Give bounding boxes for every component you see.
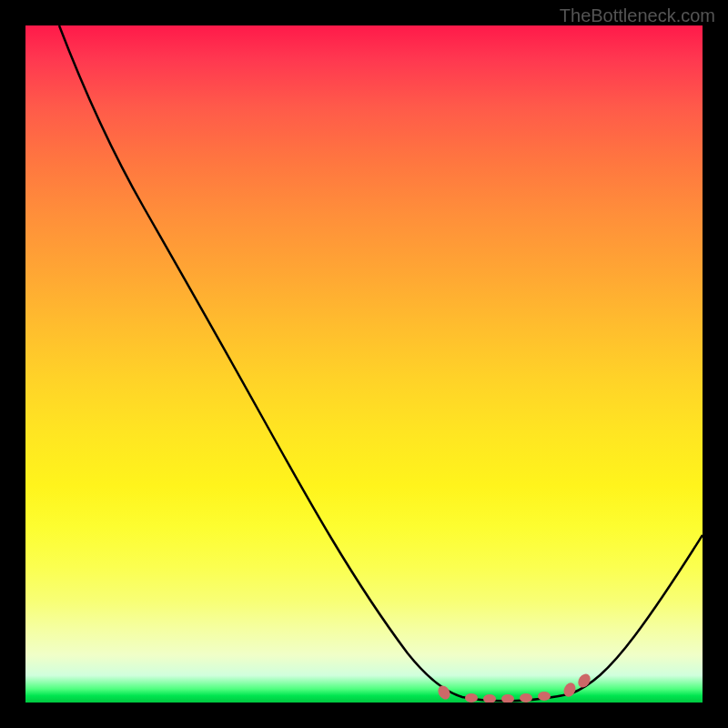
svg-point-4 <box>520 693 532 703</box>
svg-point-7 <box>575 672 592 690</box>
svg-point-1 <box>465 693 478 703</box>
chart-gradient-area <box>25 25 703 703</box>
svg-point-5 <box>538 692 551 701</box>
bottleneck-curve-line <box>59 25 703 701</box>
chart-svg <box>25 25 703 703</box>
svg-point-2 <box>483 694 496 703</box>
optimal-zone-markers <box>436 672 593 703</box>
watermark-text: TheBottleneck.com <box>560 5 715 26</box>
svg-point-3 <box>501 694 514 703</box>
